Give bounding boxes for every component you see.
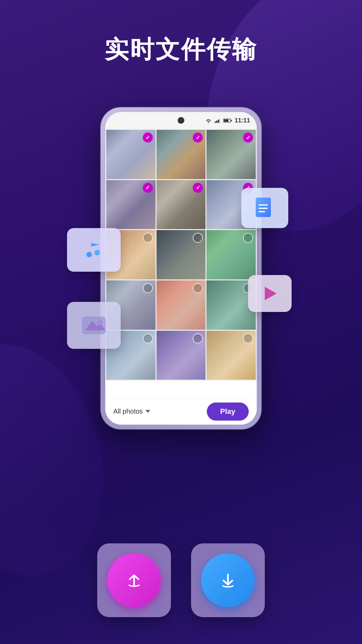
svg-point-11 (97, 319, 103, 325)
unselected-badge-14 (193, 333, 203, 343)
svg-rect-3 (256, 198, 271, 217)
floating-music-card (67, 228, 121, 272)
unselected-badge-9 (243, 233, 253, 243)
download-card[interactable] (191, 543, 265, 617)
photo-cell-3[interactable]: ✓ (206, 130, 256, 179)
play-button[interactable]: Play (207, 402, 249, 421)
page-title: 实时文件传输 (0, 34, 362, 66)
photo-grid: ✓ ✓ ✓ ✓ (105, 129, 257, 381)
wifi-icon (205, 118, 212, 123)
download-arrow-icon (216, 569, 240, 592)
check-badge-5: ✓ (193, 183, 203, 193)
download-circle[interactable] (201, 553, 255, 607)
signal-icon (215, 118, 221, 123)
unselected-badge-13 (143, 333, 153, 343)
document-icon (253, 196, 277, 220)
phone-inner-screen: 11:11 ✓ ✓ (105, 112, 257, 425)
svg-rect-18 (231, 120, 232, 121)
svg-rect-15 (220, 118, 221, 123)
upload-card[interactable] (97, 543, 171, 617)
status-icons: 11:11 (205, 117, 250, 124)
unselected-badge-8 (193, 233, 203, 243)
unselected-badge-15 (243, 333, 253, 343)
svg-rect-5 (258, 208, 268, 209)
photo-screen: ✓ ✓ ✓ ✓ (105, 129, 257, 425)
all-photos-dropdown[interactable]: All photos (113, 408, 150, 415)
unselected-badge-11 (193, 283, 203, 293)
photo-cell-8[interactable] (157, 230, 206, 279)
dropdown-arrow-icon (145, 410, 150, 413)
svg-rect-17 (224, 119, 228, 122)
phone-outer-shell: 11:11 ✓ ✓ (101, 107, 261, 429)
check-badge-4: ✓ (143, 183, 153, 193)
photo-cell-1[interactable]: ✓ (106, 130, 156, 179)
photo-cell-14[interactable] (157, 331, 206, 380)
music-icon (80, 236, 107, 263)
svg-point-0 (86, 252, 92, 257)
video-icon (260, 283, 280, 304)
unselected-badge-10 (143, 283, 153, 293)
camera-notch (178, 117, 184, 124)
status-time: 11:11 (235, 117, 250, 124)
floating-image-card (67, 302, 121, 349)
all-photos-label: All photos (113, 408, 143, 415)
transfer-section (97, 543, 265, 617)
photo-cell-5[interactable]: ✓ (157, 180, 206, 229)
upload-circle[interactable] (107, 553, 161, 607)
check-badge-3: ✓ (243, 132, 253, 143)
photo-grid-wrapper: ✓ ✓ ✓ ✓ (105, 129, 257, 398)
unselected-badge-7 (143, 233, 153, 243)
svg-marker-7 (265, 287, 277, 300)
upload-arrow-icon (122, 569, 146, 592)
bottom-action-bar: All photos Play (105, 398, 257, 425)
battery-icon (223, 118, 232, 123)
svg-rect-6 (258, 211, 265, 212)
floating-video-card (248, 275, 292, 312)
status-bar: 11:11 (105, 112, 257, 129)
floating-document-card (241, 188, 288, 228)
photo-cell-15[interactable] (206, 331, 256, 380)
svg-rect-12 (215, 121, 216, 123)
photo-cell-9[interactable] (206, 230, 256, 279)
photo-cell-11[interactable] (157, 280, 206, 330)
svg-point-1 (95, 250, 100, 255)
image-icon (80, 314, 107, 337)
svg-rect-4 (258, 204, 268, 206)
photo-cell-2[interactable]: ✓ (157, 130, 206, 179)
svg-rect-13 (216, 120, 218, 123)
phone-mockup: 11:11 ✓ ✓ (101, 107, 261, 429)
photo-cell-4[interactable]: ✓ (106, 180, 156, 229)
svg-rect-14 (218, 119, 219, 123)
check-badge-1: ✓ (143, 132, 153, 143)
